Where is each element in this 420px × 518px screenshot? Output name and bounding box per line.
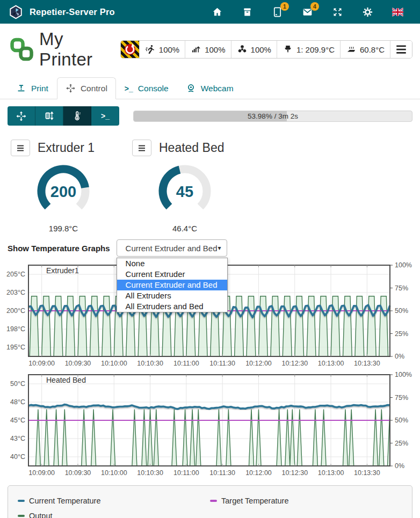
svg-text:25%: 25% [395,440,408,447]
extruder-gauge: 200 [23,160,104,218]
speed-value: 100% [159,45,179,54]
svg-text:10:12:30: 10:12:30 [281,469,308,477]
tab-print-label: Print [31,84,48,93]
legend-item: Current Temperature [18,497,210,505]
fan-status-button[interactable]: 100% [231,41,277,58]
temperature-mode-button[interactable] [63,106,91,126]
repetier-logo-icon [9,5,23,19]
extruder-current-temp: 199.8°C [11,224,116,233]
svg-text:75%: 75% [395,284,408,292]
mail-icon[interactable]: 4 [301,6,314,18]
bed-chart: 50°C48°C45°C43°C40°C100%75%50%25%0%10:09… [0,371,420,480]
progress-text: 53.98% / 3m 2s [134,111,412,121]
printer-name: My Printer [39,29,120,70]
graph-select-option[interactable]: All Extruders [117,290,227,301]
graph-select-menu: NoneCurrent ExtruderCurrent Extruder and… [117,258,228,312]
svg-text:0%: 0% [395,353,404,360]
extruder-gauge-title: Extruder 1 [38,141,95,155]
svg-text:75%: 75% [395,394,408,402]
graph-select-box[interactable]: Current Extruder and Bed ▾ [117,239,227,257]
app-title: Repetier-Server Pro [30,7,115,17]
extruder-gauge-card: Extruder 1 200 199.8°C [11,140,116,233]
svg-text:205°C: 205°C [6,271,25,278]
svg-text:10:10:00: 10:10:00 [101,360,127,367]
svg-text:10:11:30: 10:11:30 [209,469,235,477]
tab-webcam[interactable]: Webcam [177,77,242,99]
home-icon[interactable] [211,6,223,18]
graph-select-option[interactable]: None [117,258,227,269]
legend-swatch [210,500,217,502]
svg-text:48°C: 48°C [10,398,25,406]
emergency-stop-button[interactable] [121,41,139,58]
tab-console[interactable]: >_ Console [116,78,177,99]
flow-icon [191,44,201,55]
graph-select: Current Extruder and Bed ▾ NoneCurrent E… [117,239,227,257]
graph-select-option[interactable]: Current Extruder [117,269,227,280]
graph-select-option[interactable]: All Extruders and Bed [117,301,227,312]
hamburger-icon [138,145,146,151]
svg-text:10:13:00: 10:13:00 [318,360,344,367]
tab-print[interactable]: Print [8,77,57,99]
svg-text:50%: 50% [395,307,408,315]
printer-menu-button[interactable] [390,41,412,58]
printer-header: My Printer 100% 100% [0,24,420,74]
graph-select-option[interactable]: Current Extruder and Bed [117,280,227,290]
fan-value: 100% [251,45,271,54]
tablet-icon[interactable]: 1 [271,6,284,18]
thermometer-icon [71,111,83,122]
svg-text:10:09:30: 10:09:30 [65,360,91,367]
legend-label: Current Temperature [29,497,101,505]
svg-text:43°C: 43°C [10,435,25,442]
gear-icon[interactable] [361,6,374,18]
move-mode-button[interactable] [8,106,35,126]
speed-status-button[interactable]: 100% [139,41,185,58]
control-mode-buttons: >_ [8,106,119,126]
graph-select-row: Show Temperature Graphs Current Extruder… [0,234,420,261]
flow-value: 100% [205,45,225,54]
bed-gauge-card: Heated Bed 45 46.4°C [132,140,237,233]
svg-text:10:09:00: 10:09:00 [28,469,55,477]
extruder-status-button[interactable]: 1: 209.9°C [277,41,340,58]
svg-text:200: 200 [50,183,76,200]
svg-text:10:10:30: 10:10:30 [137,360,163,367]
svg-text:10:13:30: 10:13:30 [354,469,380,477]
tab-control-label: Control [81,84,107,93]
console-mode-button[interactable]: >_ [91,106,119,126]
svg-text:100%: 100% [395,262,412,269]
bed-status-button[interactable]: 60.8°C [340,41,390,58]
svg-text:10:11:00: 10:11:00 [173,360,199,367]
svg-text:45: 45 [176,183,193,200]
bed-gauge: 45 [144,160,225,218]
svg-text:10:10:00: 10:10:00 [101,469,127,477]
svg-text:200°C: 200°C [6,307,25,315]
svg-text:10:09:00: 10:09:00 [28,360,55,367]
flag-uk-icon[interactable] [392,6,404,18]
move-icon [66,83,76,93]
svg-text:50%: 50% [395,417,408,424]
svg-text:Extruder1: Extruder1 [46,266,79,275]
graph-select-label: Show Temperature Graphs [8,244,110,253]
flow-status-button[interactable]: 100% [185,41,230,58]
bed-menu-button[interactable] [132,140,151,156]
emergency-reset-icon [122,41,138,57]
svg-text:0%: 0% [395,462,404,470]
svg-text:10:12:00: 10:12:00 [245,360,272,367]
svg-text:45°C: 45°C [10,417,25,424]
legend-label: Output [29,512,53,518]
extrude-mode-button[interactable] [35,106,63,126]
chevron-down-icon: ▾ [218,244,221,252]
speed-icon [145,44,156,55]
expand-icon[interactable] [331,6,344,18]
top-navbar: Repetier-Server Pro 1 4 [0,0,420,24]
webcam-icon [186,83,196,93]
svg-text:25%: 25% [395,330,408,338]
extruder-temp-value: 1: 209.9°C [296,45,335,54]
bed-current-temp: 46.4°C [132,224,237,233]
svg-text:195°C: 195°C [6,344,25,351]
svg-text:10:11:30: 10:11:30 [209,360,235,367]
svg-text:50°C: 50°C [10,380,25,388]
extruder-menu-button[interactable] [11,140,30,156]
graph-select-value: Current Extruder and Bed [126,244,218,253]
tab-control[interactable]: Control [57,77,116,99]
archive-icon[interactable] [241,6,254,18]
